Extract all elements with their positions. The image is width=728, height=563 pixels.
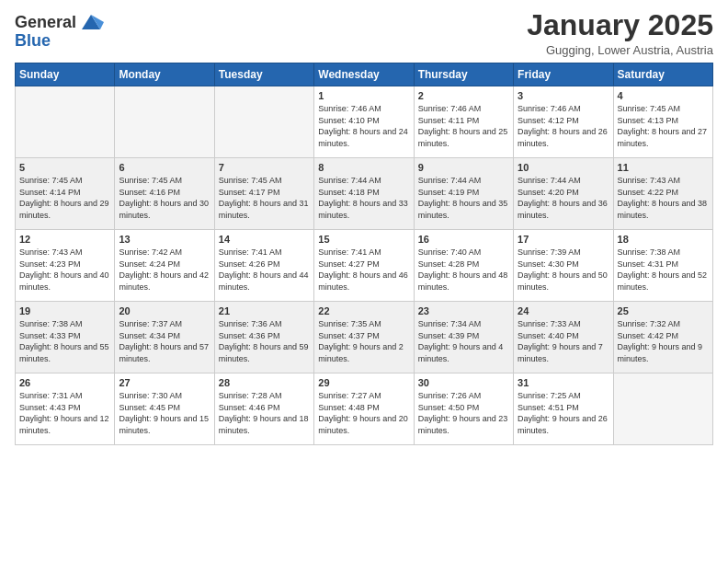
day-info: Sunrise: 7:43 AM Sunset: 4:23 PM Dayligh… bbox=[19, 247, 110, 293]
day-number: 26 bbox=[19, 377, 110, 388]
day-number: 9 bbox=[418, 162, 509, 173]
day-number: 12 bbox=[19, 234, 110, 245]
calendar-cell: 25Sunrise: 7:32 AM Sunset: 4:42 PM Dayli… bbox=[613, 302, 712, 373]
day-number: 23 bbox=[418, 305, 509, 316]
day-info: Sunrise: 7:28 AM Sunset: 4:46 PM Dayligh… bbox=[219, 390, 310, 436]
day-number: 30 bbox=[418, 377, 509, 388]
calendar-cell bbox=[214, 86, 313, 158]
calendar-cell: 30Sunrise: 7:26 AM Sunset: 4:50 PM Dayli… bbox=[414, 373, 513, 445]
calendar-cell: 17Sunrise: 7:39 AM Sunset: 4:30 PM Dayli… bbox=[514, 230, 613, 302]
day-info: Sunrise: 7:42 AM Sunset: 4:24 PM Dayligh… bbox=[119, 247, 210, 293]
calendar-cell: 13Sunrise: 7:42 AM Sunset: 4:24 PM Dayli… bbox=[115, 230, 214, 302]
day-number: 29 bbox=[318, 377, 409, 388]
day-number: 14 bbox=[219, 234, 310, 245]
calendar-cell: 29Sunrise: 7:27 AM Sunset: 4:48 PM Dayli… bbox=[314, 373, 414, 445]
day-info: Sunrise: 7:41 AM Sunset: 4:27 PM Dayligh… bbox=[318, 247, 409, 293]
month-title: January 2025 bbox=[527, 9, 713, 41]
weekday-header: Sunday bbox=[16, 63, 115, 86]
calendar-cell: 20Sunrise: 7:37 AM Sunset: 4:34 PM Dayli… bbox=[115, 302, 214, 373]
day-info: Sunrise: 7:45 AM Sunset: 4:13 PM Dayligh… bbox=[618, 103, 709, 149]
day-number: 13 bbox=[119, 234, 210, 245]
day-number: 5 bbox=[19, 162, 110, 173]
day-number: 19 bbox=[19, 305, 110, 316]
day-number: 7 bbox=[219, 162, 310, 173]
day-number: 1 bbox=[318, 90, 409, 101]
day-number: 16 bbox=[418, 234, 509, 245]
calendar-cell: 21Sunrise: 7:36 AM Sunset: 4:36 PM Dayli… bbox=[214, 302, 313, 373]
day-number: 27 bbox=[119, 377, 210, 388]
logo-icon bbox=[78, 9, 104, 35]
calendar-week-row: 5Sunrise: 7:45 AM Sunset: 4:14 PM Daylig… bbox=[16, 158, 713, 230]
calendar-cell: 27Sunrise: 7:30 AM Sunset: 4:45 PM Dayli… bbox=[115, 373, 214, 445]
calendar-cell: 7Sunrise: 7:45 AM Sunset: 4:17 PM Daylig… bbox=[214, 158, 313, 230]
day-number: 31 bbox=[518, 377, 609, 388]
calendar-cell: 11Sunrise: 7:43 AM Sunset: 4:22 PM Dayli… bbox=[613, 158, 712, 230]
calendar-cell: 14Sunrise: 7:41 AM Sunset: 4:26 PM Dayli… bbox=[214, 230, 313, 302]
day-info: Sunrise: 7:30 AM Sunset: 4:45 PM Dayligh… bbox=[119, 390, 210, 436]
calendar-week-row: 1Sunrise: 7:46 AM Sunset: 4:10 PM Daylig… bbox=[16, 86, 713, 158]
calendar-cell: 8Sunrise: 7:44 AM Sunset: 4:18 PM Daylig… bbox=[314, 158, 414, 230]
calendar-week-row: 12Sunrise: 7:43 AM Sunset: 4:23 PM Dayli… bbox=[16, 230, 713, 302]
calendar-cell: 22Sunrise: 7:35 AM Sunset: 4:37 PM Dayli… bbox=[314, 302, 414, 373]
day-number: 3 bbox=[518, 90, 609, 101]
weekday-header-row: SundayMondayTuesdayWednesdayThursdayFrid… bbox=[16, 63, 713, 86]
calendar-week-row: 19Sunrise: 7:38 AM Sunset: 4:33 PM Dayli… bbox=[16, 302, 713, 373]
day-info: Sunrise: 7:45 AM Sunset: 4:16 PM Dayligh… bbox=[119, 175, 210, 221]
calendar-cell: 6Sunrise: 7:45 AM Sunset: 4:16 PM Daylig… bbox=[115, 158, 214, 230]
day-number: 11 bbox=[618, 162, 709, 173]
calendar-cell: 19Sunrise: 7:38 AM Sunset: 4:33 PM Dayli… bbox=[16, 302, 115, 373]
day-number: 21 bbox=[219, 305, 310, 316]
weekday-header: Thursday bbox=[414, 63, 513, 86]
calendar-cell bbox=[115, 86, 214, 158]
calendar-cell: 28Sunrise: 7:28 AM Sunset: 4:46 PM Dayli… bbox=[214, 373, 313, 445]
calendar-cell bbox=[16, 86, 115, 158]
day-number: 24 bbox=[518, 305, 609, 316]
calendar-cell: 1Sunrise: 7:46 AM Sunset: 4:10 PM Daylig… bbox=[314, 86, 414, 158]
day-info: Sunrise: 7:39 AM Sunset: 4:30 PM Dayligh… bbox=[518, 247, 609, 293]
day-info: Sunrise: 7:37 AM Sunset: 4:34 PM Dayligh… bbox=[119, 318, 210, 364]
day-number: 25 bbox=[618, 305, 709, 316]
day-info: Sunrise: 7:36 AM Sunset: 4:36 PM Dayligh… bbox=[219, 318, 310, 364]
day-info: Sunrise: 7:34 AM Sunset: 4:39 PM Dayligh… bbox=[418, 318, 509, 364]
weekday-header: Tuesday bbox=[214, 63, 313, 86]
calendar-cell: 5Sunrise: 7:45 AM Sunset: 4:14 PM Daylig… bbox=[16, 158, 115, 230]
calendar-cell: 3Sunrise: 7:46 AM Sunset: 4:12 PM Daylig… bbox=[514, 86, 613, 158]
location: Gugging, Lower Austria, Austria bbox=[527, 43, 713, 57]
day-info: Sunrise: 7:31 AM Sunset: 4:43 PM Dayligh… bbox=[19, 390, 110, 436]
day-info: Sunrise: 7:44 AM Sunset: 4:18 PM Dayligh… bbox=[318, 175, 409, 221]
day-info: Sunrise: 7:46 AM Sunset: 4:10 PM Dayligh… bbox=[318, 103, 409, 149]
day-number: 20 bbox=[119, 305, 210, 316]
calendar-cell: 4Sunrise: 7:45 AM Sunset: 4:13 PM Daylig… bbox=[613, 86, 712, 158]
calendar-cell: 23Sunrise: 7:34 AM Sunset: 4:39 PM Dayli… bbox=[414, 302, 513, 373]
day-info: Sunrise: 7:25 AM Sunset: 4:51 PM Dayligh… bbox=[518, 390, 609, 436]
day-number: 18 bbox=[618, 234, 709, 245]
day-info: Sunrise: 7:35 AM Sunset: 4:37 PM Dayligh… bbox=[318, 318, 409, 364]
calendar-cell: 9Sunrise: 7:44 AM Sunset: 4:19 PM Daylig… bbox=[414, 158, 513, 230]
page: General Blue January 2025 Gugging, Lower… bbox=[0, 0, 728, 563]
day-info: Sunrise: 7:45 AM Sunset: 4:14 PM Dayligh… bbox=[19, 175, 110, 221]
calendar-cell: 2Sunrise: 7:46 AM Sunset: 4:11 PM Daylig… bbox=[414, 86, 513, 158]
day-number: 10 bbox=[518, 162, 609, 173]
day-info: Sunrise: 7:40 AM Sunset: 4:28 PM Dayligh… bbox=[418, 247, 509, 293]
calendar-cell: 26Sunrise: 7:31 AM Sunset: 4:43 PM Dayli… bbox=[16, 373, 115, 445]
day-info: Sunrise: 7:44 AM Sunset: 4:19 PM Dayligh… bbox=[418, 175, 509, 221]
weekday-header: Monday bbox=[115, 63, 214, 86]
day-number: 4 bbox=[618, 90, 709, 101]
day-number: 8 bbox=[318, 162, 409, 173]
calendar-cell: 16Sunrise: 7:40 AM Sunset: 4:28 PM Dayli… bbox=[414, 230, 513, 302]
day-info: Sunrise: 7:38 AM Sunset: 4:33 PM Dayligh… bbox=[19, 318, 110, 364]
logo-blue-text: Blue bbox=[15, 31, 51, 51]
day-number: 28 bbox=[219, 377, 310, 388]
title-block: January 2025 Gugging, Lower Austria, Aus… bbox=[527, 9, 713, 57]
day-number: 6 bbox=[119, 162, 210, 173]
day-info: Sunrise: 7:32 AM Sunset: 4:42 PM Dayligh… bbox=[618, 318, 709, 364]
day-info: Sunrise: 7:27 AM Sunset: 4:48 PM Dayligh… bbox=[318, 390, 409, 436]
calendar: SundayMondayTuesdayWednesdayThursdayFrid… bbox=[15, 63, 713, 445]
calendar-cell: 15Sunrise: 7:41 AM Sunset: 4:27 PM Dayli… bbox=[314, 230, 414, 302]
logo: General Blue bbox=[15, 9, 104, 51]
day-info: Sunrise: 7:26 AM Sunset: 4:50 PM Dayligh… bbox=[418, 390, 509, 436]
day-info: Sunrise: 7:41 AM Sunset: 4:26 PM Dayligh… bbox=[219, 247, 310, 293]
day-info: Sunrise: 7:44 AM Sunset: 4:20 PM Dayligh… bbox=[518, 175, 609, 221]
calendar-cell: 24Sunrise: 7:33 AM Sunset: 4:40 PM Dayli… bbox=[514, 302, 613, 373]
calendar-cell: 12Sunrise: 7:43 AM Sunset: 4:23 PM Dayli… bbox=[16, 230, 115, 302]
